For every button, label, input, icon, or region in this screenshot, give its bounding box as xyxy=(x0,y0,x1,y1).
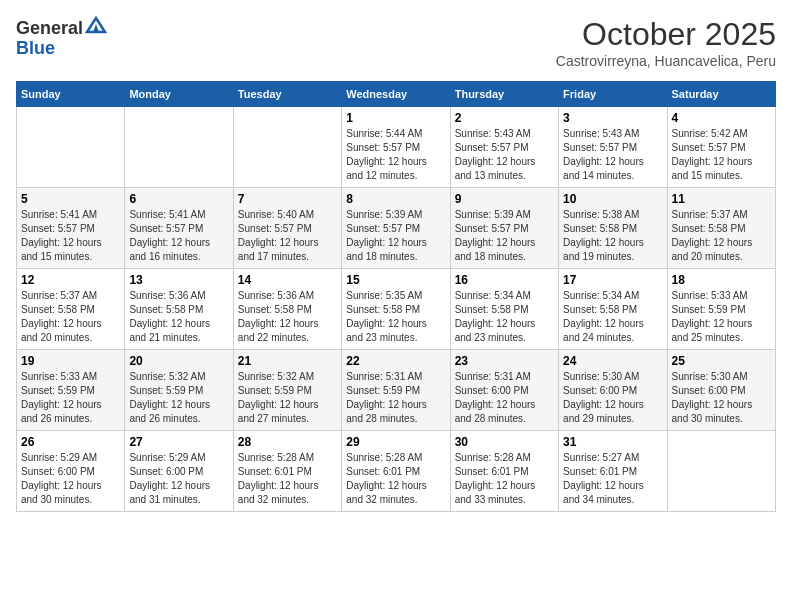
calendar-cell: 5Sunrise: 5:41 AM Sunset: 5:57 PM Daylig… xyxy=(17,188,125,269)
page-header: General Blue October 2025 Castrovirreyna… xyxy=(16,16,776,69)
day-number: 24 xyxy=(563,354,662,368)
day-number: 6 xyxy=(129,192,228,206)
calendar-cell: 26Sunrise: 5:29 AM Sunset: 6:00 PM Dayli… xyxy=(17,431,125,512)
calendar-cell xyxy=(667,431,775,512)
logo: General Blue xyxy=(16,16,107,59)
day-number: 5 xyxy=(21,192,120,206)
day-info: Sunrise: 5:28 AM Sunset: 6:01 PM Dayligh… xyxy=(238,451,337,507)
calendar-week-row: 26Sunrise: 5:29 AM Sunset: 6:00 PM Dayli… xyxy=(17,431,776,512)
calendar-cell: 18Sunrise: 5:33 AM Sunset: 5:59 PM Dayli… xyxy=(667,269,775,350)
day-info: Sunrise: 5:30 AM Sunset: 6:00 PM Dayligh… xyxy=(563,370,662,426)
svg-marker-1 xyxy=(93,24,99,32)
day-info: Sunrise: 5:33 AM Sunset: 5:59 PM Dayligh… xyxy=(672,289,771,345)
day-info: Sunrise: 5:43 AM Sunset: 5:57 PM Dayligh… xyxy=(455,127,554,183)
day-number: 3 xyxy=(563,111,662,125)
day-info: Sunrise: 5:43 AM Sunset: 5:57 PM Dayligh… xyxy=(563,127,662,183)
calendar-cell: 29Sunrise: 5:28 AM Sunset: 6:01 PM Dayli… xyxy=(342,431,450,512)
day-info: Sunrise: 5:38 AM Sunset: 5:58 PM Dayligh… xyxy=(563,208,662,264)
calendar-cell: 7Sunrise: 5:40 AM Sunset: 5:57 PM Daylig… xyxy=(233,188,341,269)
calendar-cell: 6Sunrise: 5:41 AM Sunset: 5:57 PM Daylig… xyxy=(125,188,233,269)
day-number: 27 xyxy=(129,435,228,449)
weekday-header-tuesday: Tuesday xyxy=(233,82,341,107)
day-info: Sunrise: 5:37 AM Sunset: 5:58 PM Dayligh… xyxy=(21,289,120,345)
day-number: 22 xyxy=(346,354,445,368)
calendar-cell: 21Sunrise: 5:32 AM Sunset: 5:59 PM Dayli… xyxy=(233,350,341,431)
calendar-cell: 8Sunrise: 5:39 AM Sunset: 5:57 PM Daylig… xyxy=(342,188,450,269)
day-number: 17 xyxy=(563,273,662,287)
logo-icon xyxy=(85,16,107,34)
day-number: 15 xyxy=(346,273,445,287)
day-number: 1 xyxy=(346,111,445,125)
day-number: 16 xyxy=(455,273,554,287)
day-info: Sunrise: 5:33 AM Sunset: 5:59 PM Dayligh… xyxy=(21,370,120,426)
calendar-cell: 24Sunrise: 5:30 AM Sunset: 6:00 PM Dayli… xyxy=(559,350,667,431)
day-info: Sunrise: 5:36 AM Sunset: 5:58 PM Dayligh… xyxy=(129,289,228,345)
day-info: Sunrise: 5:28 AM Sunset: 6:01 PM Dayligh… xyxy=(346,451,445,507)
day-number: 26 xyxy=(21,435,120,449)
day-info: Sunrise: 5:40 AM Sunset: 5:57 PM Dayligh… xyxy=(238,208,337,264)
calendar-cell: 1Sunrise: 5:44 AM Sunset: 5:57 PM Daylig… xyxy=(342,107,450,188)
day-number: 4 xyxy=(672,111,771,125)
calendar-header-row: SundayMondayTuesdayWednesdayThursdayFrid… xyxy=(17,82,776,107)
day-number: 8 xyxy=(346,192,445,206)
day-info: Sunrise: 5:34 AM Sunset: 5:58 PM Dayligh… xyxy=(563,289,662,345)
title-area: October 2025 Castrovirreyna, Huancavelic… xyxy=(556,16,776,69)
day-info: Sunrise: 5:41 AM Sunset: 5:57 PM Dayligh… xyxy=(129,208,228,264)
day-number: 23 xyxy=(455,354,554,368)
day-number: 11 xyxy=(672,192,771,206)
day-info: Sunrise: 5:42 AM Sunset: 5:57 PM Dayligh… xyxy=(672,127,771,183)
calendar-week-row: 5Sunrise: 5:41 AM Sunset: 5:57 PM Daylig… xyxy=(17,188,776,269)
calendar-table: SundayMondayTuesdayWednesdayThursdayFrid… xyxy=(16,81,776,512)
calendar-cell xyxy=(125,107,233,188)
logo-blue: Blue xyxy=(16,38,55,58)
day-number: 28 xyxy=(238,435,337,449)
day-info: Sunrise: 5:31 AM Sunset: 5:59 PM Dayligh… xyxy=(346,370,445,426)
day-info: Sunrise: 5:29 AM Sunset: 6:00 PM Dayligh… xyxy=(129,451,228,507)
day-number: 9 xyxy=(455,192,554,206)
calendar-cell: 25Sunrise: 5:30 AM Sunset: 6:00 PM Dayli… xyxy=(667,350,775,431)
day-info: Sunrise: 5:35 AM Sunset: 5:58 PM Dayligh… xyxy=(346,289,445,345)
calendar-week-row: 1Sunrise: 5:44 AM Sunset: 5:57 PM Daylig… xyxy=(17,107,776,188)
day-info: Sunrise: 5:41 AM Sunset: 5:57 PM Dayligh… xyxy=(21,208,120,264)
calendar-cell: 13Sunrise: 5:36 AM Sunset: 5:58 PM Dayli… xyxy=(125,269,233,350)
day-info: Sunrise: 5:30 AM Sunset: 6:00 PM Dayligh… xyxy=(672,370,771,426)
calendar-cell: 23Sunrise: 5:31 AM Sunset: 6:00 PM Dayli… xyxy=(450,350,558,431)
calendar-cell: 14Sunrise: 5:36 AM Sunset: 5:58 PM Dayli… xyxy=(233,269,341,350)
calendar-cell xyxy=(17,107,125,188)
weekday-header-thursday: Thursday xyxy=(450,82,558,107)
day-info: Sunrise: 5:29 AM Sunset: 6:00 PM Dayligh… xyxy=(21,451,120,507)
day-info: Sunrise: 5:28 AM Sunset: 6:01 PM Dayligh… xyxy=(455,451,554,507)
day-info: Sunrise: 5:37 AM Sunset: 5:58 PM Dayligh… xyxy=(672,208,771,264)
weekday-header-sunday: Sunday xyxy=(17,82,125,107)
calendar-cell: 15Sunrise: 5:35 AM Sunset: 5:58 PM Dayli… xyxy=(342,269,450,350)
calendar-cell: 30Sunrise: 5:28 AM Sunset: 6:01 PM Dayli… xyxy=(450,431,558,512)
calendar-cell: 4Sunrise: 5:42 AM Sunset: 5:57 PM Daylig… xyxy=(667,107,775,188)
day-number: 7 xyxy=(238,192,337,206)
day-number: 20 xyxy=(129,354,228,368)
weekday-header-saturday: Saturday xyxy=(667,82,775,107)
day-number: 12 xyxy=(21,273,120,287)
month-title: October 2025 xyxy=(556,16,776,53)
calendar-cell xyxy=(233,107,341,188)
day-number: 18 xyxy=(672,273,771,287)
day-number: 2 xyxy=(455,111,554,125)
day-info: Sunrise: 5:32 AM Sunset: 5:59 PM Dayligh… xyxy=(129,370,228,426)
day-info: Sunrise: 5:32 AM Sunset: 5:59 PM Dayligh… xyxy=(238,370,337,426)
day-number: 14 xyxy=(238,273,337,287)
calendar-cell: 2Sunrise: 5:43 AM Sunset: 5:57 PM Daylig… xyxy=(450,107,558,188)
day-info: Sunrise: 5:39 AM Sunset: 5:57 PM Dayligh… xyxy=(346,208,445,264)
weekday-header-monday: Monday xyxy=(125,82,233,107)
day-number: 10 xyxy=(563,192,662,206)
day-number: 19 xyxy=(21,354,120,368)
day-number: 13 xyxy=(129,273,228,287)
day-number: 30 xyxy=(455,435,554,449)
day-number: 31 xyxy=(563,435,662,449)
calendar-cell: 12Sunrise: 5:37 AM Sunset: 5:58 PM Dayli… xyxy=(17,269,125,350)
location-subtitle: Castrovirreyna, Huancavelica, Peru xyxy=(556,53,776,69)
calendar-cell: 20Sunrise: 5:32 AM Sunset: 5:59 PM Dayli… xyxy=(125,350,233,431)
calendar-cell: 28Sunrise: 5:28 AM Sunset: 6:01 PM Dayli… xyxy=(233,431,341,512)
calendar-cell: 22Sunrise: 5:31 AM Sunset: 5:59 PM Dayli… xyxy=(342,350,450,431)
calendar-cell: 9Sunrise: 5:39 AM Sunset: 5:57 PM Daylig… xyxy=(450,188,558,269)
day-number: 25 xyxy=(672,354,771,368)
calendar-cell: 10Sunrise: 5:38 AM Sunset: 5:58 PM Dayli… xyxy=(559,188,667,269)
